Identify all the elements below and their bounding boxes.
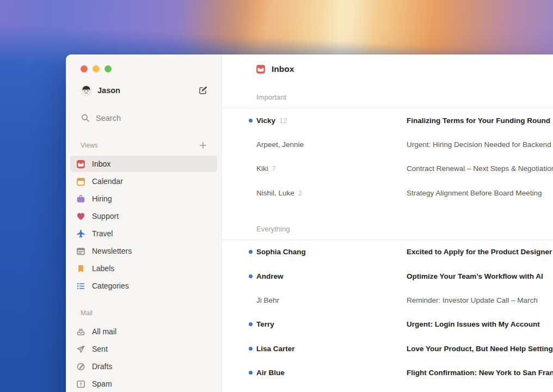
email-subject: Urgent: Hiring Decision Needed for Backe…: [407, 140, 553, 149]
unread-dot: [249, 274, 253, 278]
email-subject: Optimize Your Team’s Workflow with AI: [407, 272, 553, 280]
section-label-important: Important: [222, 93, 553, 103]
sidebar-item-labels[interactable]: Labels: [70, 260, 217, 277]
views-label: Views: [81, 142, 198, 149]
account-row: Jason: [81, 83, 208, 97]
sidebar-item-spam[interactable]: Spam: [70, 376, 217, 392]
sent-icon: [76, 345, 85, 354]
sidebar-item-label: All mail: [92, 327, 116, 336]
compose-icon: [198, 85, 208, 95]
email-row[interactable]: Arpeet, Jennie Urgent: Hiring Decision N…: [222, 132, 553, 156]
sidebar-item-drafts[interactable]: Drafts: [70, 358, 217, 375]
email-sender: Arpeet, Jennie: [256, 140, 304, 149]
sidebar-item-label: Categories: [92, 281, 129, 290]
email-sender: Terry: [256, 320, 274, 328]
email-row[interactable]: Vicky12 Finalizing Terms for Your Fundin…: [222, 108, 553, 132]
email-row[interactable]: Ji Behr Reminder: Investor Update Call –…: [222, 288, 553, 312]
sidebar-item-label: Support: [92, 212, 119, 220]
inbox-icon: [256, 64, 266, 74]
account-name: Jason: [97, 86, 198, 95]
newspaper-icon: [76, 247, 85, 256]
sidebar-item-newsletters[interactable]: Newsletters: [70, 243, 217, 259]
thread-count: 2: [298, 189, 302, 197]
sidebar-item-support[interactable]: Support: [70, 208, 217, 224]
mail-label: Mail: [81, 309, 208, 317]
unread-dot: [249, 119, 253, 122]
email-sender: Lisa Carter: [256, 345, 295, 353]
email-row[interactable]: Johnson, Leigh The Power of AI in Sales …: [222, 385, 553, 392]
compose-button[interactable]: [198, 85, 208, 96]
email-sender: Vicky: [256, 117, 275, 125]
sidebar: Jason Search Views: [66, 54, 222, 392]
email-row[interactable]: Terry Urgent: Login Issues with My Accou…: [222, 313, 553, 336]
sidebar-item-label: Calendar: [92, 177, 123, 186]
email-row[interactable]: Nishil, Luke2 Strategy Alignment Before …: [222, 181, 553, 205]
email-row[interactable]: Sophia Chang Excited to Apply for the Pr…: [222, 240, 553, 264]
email-subject: Contract Renewal – Next Steps & Negotiat…: [407, 164, 553, 173]
sidebar-item-label: Sent: [92, 345, 108, 353]
email-row[interactable]: Kiki7 Contract Renewal – Next Steps & Ne…: [222, 157, 553, 181]
close-window-button[interactable]: [81, 65, 88, 72]
email-sender: Ji Behr: [256, 296, 279, 304]
calendar-icon: [76, 177, 85, 186]
unread-dot: [249, 347, 253, 351]
search-placeholder: Search: [96, 114, 121, 122]
email-row[interactable]: Lisa Carter Love Your Product, But Need …: [222, 336, 553, 360]
email-sender: Andrew: [256, 272, 284, 280]
heart-icon: [76, 212, 85, 221]
search-icon: [81, 113, 90, 123]
email-subject: Strategy Alignment Before Board Meeting: [407, 189, 553, 197]
spam-icon: [76, 379, 85, 389]
sidebar-item-calendar[interactable]: Calendar: [70, 173, 217, 189]
thread-count: 7: [272, 164, 276, 173]
mail-header: Mail: [81, 308, 208, 318]
inbox-header: Inbox: [222, 62, 553, 77]
sidebar-item-all-mail[interactable]: All mail: [70, 323, 217, 340]
email-sender: Air Blue: [256, 369, 285, 377]
sidebar-item-inbox[interactable]: Inbox: [70, 156, 217, 172]
email-subject: Love Your Product, But Need Help Setting…: [407, 345, 553, 353]
unread-dot: [249, 371, 253, 375]
search-field[interactable]: Search: [81, 112, 208, 124]
unread-dot: [249, 322, 253, 326]
sidebar-item-label: Labels: [92, 264, 114, 273]
section-label-everything: Everything: [222, 225, 553, 235]
sidebar-item-categories[interactable]: Categories: [70, 278, 217, 294]
add-view-button[interactable]: [198, 140, 208, 151]
minimize-window-button[interactable]: [93, 65, 100, 72]
email-row[interactable]: Air Blue Flight Confirmation: New York t…: [222, 361, 553, 385]
sidebar-item-sent[interactable]: Sent: [70, 341, 217, 357]
views-list: Inbox Calendar Hiring: [66, 155, 222, 295]
sidebar-item-travel[interactable]: Travel: [70, 225, 217, 242]
email-list-pane: Inbox Important Vicky12 Finalizing Terms…: [222, 54, 553, 392]
mail-app-window: Jason Search Views: [66, 54, 553, 392]
email-sender: Kiki: [256, 164, 268, 173]
views-header: Views: [81, 140, 208, 150]
all-mail-icon: [76, 327, 85, 336]
plus-icon: [199, 141, 207, 150]
email-subject: Flight Confirmation: New York to San Fra…: [407, 369, 553, 377]
mail-list: All mail Sent Drafts: [66, 322, 222, 392]
briefcase-icon: [76, 194, 85, 204]
window-controls: [66, 65, 222, 72]
email-sender: Sophia Chang: [256, 248, 306, 256]
bookmark-icon: [76, 264, 85, 273]
email-subject: Urgent: Login Issues with My Account: [407, 320, 553, 328]
unread-dot: [249, 250, 253, 254]
sidebar-item-label: Newsletters: [92, 247, 132, 255]
sidebar-item-hiring[interactable]: Hiring: [70, 191, 217, 207]
email-subject: Reminder: Investor Update Call – March: [407, 296, 553, 304]
email-sender: Nishil, Luke: [256, 189, 294, 197]
sidebar-item-label: Drafts: [92, 362, 112, 371]
plane-icon: [76, 229, 85, 238]
email-row[interactable]: Andrew Optimize Your Team’s Workflow wit…: [222, 264, 553, 288]
sidebar-item-label: Hiring: [92, 194, 112, 203]
zoom-window-button[interactable]: [105, 65, 112, 72]
inbox-icon: [76, 160, 85, 169]
email-subject: Finalizing Terms for Your Funding Round: [407, 117, 553, 125]
sidebar-item-label: Travel: [92, 229, 113, 238]
email-subject: Excited to Apply for the Product Designe…: [407, 248, 553, 256]
thread-count: 12: [279, 117, 287, 125]
sidebar-item-label: Spam: [92, 379, 112, 388]
avatar[interactable]: [81, 85, 92, 96]
